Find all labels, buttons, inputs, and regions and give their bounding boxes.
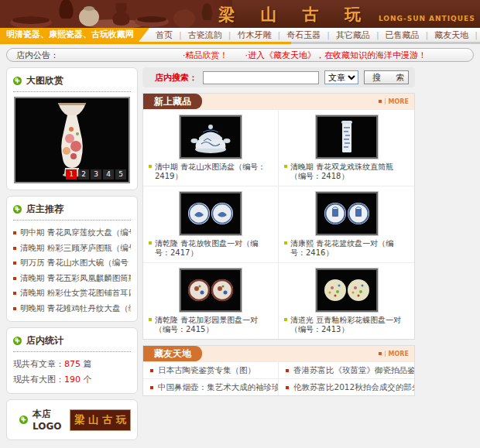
product-image-blue-plates [180, 192, 242, 235]
product-cell-2416[interactable]: 清康熙 青花花篮纹盘一对（编号：2416） [279, 186, 414, 262]
recommend-item-label: 明万历 青花山水图大碗（编号：2200）... [20, 255, 131, 271]
friends-article[interactable]: 伦敦苏富比2012秋拍会成交的部分中国瓷器 [279, 378, 414, 395]
new-items-panel: 新上藏品 MORE [142, 93, 415, 340]
shop-logo-image[interactable]: 梁山古玩 [70, 409, 131, 431]
stats-title: 店内统计 [26, 334, 63, 347]
page-body: 店内公告： ·精品欣赏！ ·进入《藏友天地》，在收藏知识的海洋中漫游！ 大图欣赏 [0, 44, 480, 448]
announcement-link-2[interactable]: ·进入《藏友天地》，在收藏知识的海洋中漫游！ [245, 50, 427, 61]
recommend-item[interactable]: 清晚期 粉彩仕女赏花图铺首耳四方瓶（... [13, 286, 131, 301]
friends-zone-more-button[interactable]: MORE [379, 351, 414, 357]
announcement-bar: 店内公告： ·精品欣赏！ ·进入《藏友天地》，在收藏知识的海洋中漫游！ [6, 48, 474, 62]
friends-article[interactable]: 香港苏富比《玫茵堂》御瓷拍品鉴赏 [279, 361, 414, 378]
friends-article[interactable]: 日本古陶瓷鉴赏专集（图） [143, 361, 279, 378]
recommend-item[interactable]: 清晚期 青花五彩凤凰麒麟图筒瓶一对（... [13, 271, 131, 286]
recommend-item-label: 明晚期 青花雉鸡牡丹纹大盘（编号：2... [20, 301, 131, 316]
nav-item-wood-ivory[interactable]: 竹木牙雕 [231, 29, 277, 41]
friends-article-grid: 日本古陶瓷鉴赏专集（图） 香港苏富比《玫茵堂》御瓷拍品鉴赏 中国鼻烟壶：集艺术大… [143, 361, 414, 395]
bullet-icon [286, 369, 289, 372]
nav-item-sold[interactable]: 已售藏品 [379, 29, 426, 41]
product-image-basket-plates [316, 192, 378, 235]
product-cell-2418[interactable]: 清晚期 青花双龙戏珠纹直筒瓶（编号：2418） [279, 109, 414, 186]
shop-logo-box: 本店LOGO 梁山古玩 [6, 399, 138, 440]
nav-item-stone-jade[interactable]: 奇石玉器 [280, 29, 327, 41]
bullet-icon [13, 247, 16, 250]
bullet-icon [286, 386, 289, 389]
shop-search-bar: 店内搜索： 文章 搜 索 [142, 67, 415, 87]
search-label: 店内搜索： [155, 72, 197, 84]
pager-button-5[interactable]: 5 [115, 169, 126, 180]
product-caption: 清中期 青花山水图汤盆（编号：2419） [149, 162, 273, 181]
gallery-box: 大图欣赏 [6, 67, 138, 190]
gallery-pager: 1 2 3 4 5 [66, 169, 126, 180]
product-image-tureen [180, 115, 242, 159]
friends-zone-title: 藏友天地 [143, 346, 202, 361]
product-cell-2419[interactable]: 清中期 青花山水图汤盆（编号：2419） [143, 109, 279, 186]
bullet-icon [13, 292, 16, 295]
nav-badge: 明清瓷器、康熙瓷器、古玩收藏网 [0, 28, 149, 42]
recommend-item-label: 清晚期 粉彩仕女赏花图铺首耳四方瓶（... [20, 286, 131, 301]
bullet-icon [13, 307, 16, 310]
nav-menu: 首页| 古瓷流韵| 竹木牙雕| 奇石玉器| 其它藏品| 已售藏品| 藏友天地| … [149, 29, 480, 41]
nav-item-home[interactable]: 首页 [149, 29, 179, 41]
product-cell-2413[interactable]: 清道光 豆青釉粉彩花蝶图盘一对（编号：2413） [279, 262, 414, 339]
green-dot-icon [13, 77, 22, 85]
recommend-title: 店主推荐 [26, 203, 63, 216]
recommend-item[interactable]: 明晚期 青花雉鸡牡丹纹大盘（编号：2... [13, 301, 131, 316]
recommend-item-label: 明中期 青花凤穿莲纹大盘（编号：225... [20, 225, 131, 241]
bullet-icon [149, 318, 152, 321]
bullet-icon [13, 262, 16, 265]
stats-header: 店内统计 [13, 333, 131, 352]
friends-zone-header: 藏友天地 MORE [143, 346, 414, 361]
announcement-link-1[interactable]: ·精品欣赏！ [183, 50, 228, 61]
product-cell-2417[interactable]: 清乾隆 青花放牧图盘一对（编号：2417） [143, 186, 279, 262]
search-input[interactable] [203, 71, 319, 84]
green-dot-icon [13, 337, 22, 345]
main-column: 店内搜索： 文章 搜 索 新上藏品 MORE [142, 67, 415, 396]
bullet-icon [284, 241, 287, 245]
product-grid: 清中期 青花山水图汤盆（编号：2419） [143, 109, 414, 339]
pager-button-2[interactable]: 2 [78, 169, 89, 180]
announcement-label: 店内公告： [16, 50, 59, 61]
site-title: 梁 山 古 玩 [218, 4, 371, 26]
pager-button-3[interactable]: 3 [91, 169, 101, 180]
friends-article[interactable]: 中国鼻烟壶：集艺术大成的袖珍珍品（图） [143, 378, 279, 395]
more-separator [385, 351, 386, 357]
search-type-select[interactable]: 文章 [324, 70, 358, 84]
bullet-icon [13, 277, 16, 280]
shop-logo-title: 本店LOGO [33, 408, 62, 432]
product-cell-2415[interactable]: 清乾隆 青花加彩园景图盘一对（编号：2415） [143, 262, 279, 339]
new-items-more-button[interactable]: MORE [379, 98, 414, 105]
pager-button-1[interactable]: 1 [66, 169, 77, 180]
stats-box: 店内统计 现共有文章：875 篇 现共有大图：190 个 [6, 327, 138, 394]
main-nav: 明清瓷器、康熙瓷器、古玩收藏网 首页| 古瓷流韵| 竹木牙雕| 奇石玉器| 其它… [0, 28, 480, 42]
brand: 梁 山 古 玩 LONG-SUN ANTIQUES [218, 4, 475, 26]
more-label: MORE [389, 98, 409, 105]
gallery-slideshow[interactable]: 1 2 3 4 5 [14, 97, 130, 183]
more-separator [385, 98, 386, 104]
nav-item-other[interactable]: 其它藏品 [330, 29, 376, 41]
product-caption: 清康熙 青花花篮纹盘一对（编号：2416） [284, 239, 409, 258]
recommend-item[interactable]: 清晚期 粉彩三顾茅庐图瓶（编号：216... [13, 241, 131, 256]
article-count: 875 [64, 359, 81, 369]
nav-item-porcelain[interactable]: 古瓷流韵 [182, 29, 228, 41]
shop-logo-header: 本店LOGO [19, 408, 62, 432]
site-subtitle: LONG-SUN ANTIQUES [379, 15, 475, 26]
product-caption: 清晚期 青花双龙戏珠纹直筒瓶（编号：2418） [284, 162, 409, 181]
recommend-item[interactable]: 明中期 青花凤穿莲纹大盘（编号：225... [13, 225, 131, 241]
nav-item-friends[interactable]: 藏友天地 [428, 29, 475, 41]
gallery-title: 大图欣赏 [26, 74, 63, 87]
bullet-icon [284, 165, 287, 168]
recommend-item[interactable]: 明万历 青花山水图大碗（编号：2200）... [13, 255, 131, 271]
green-dot-icon [13, 205, 22, 214]
friends-zone-panel: 藏友天地 MORE 日本古陶瓷鉴赏专集（图） 香港苏富比《玫茵堂》御瓷拍品鉴赏 … [142, 345, 415, 396]
bullet-icon [284, 318, 287, 321]
sidebar: 大图欣赏 [6, 67, 138, 440]
pager-button-4[interactable]: 4 [103, 169, 114, 180]
product-caption: 清道光 豆青釉粉彩花蝶图盘一对（编号：2413） [284, 316, 409, 334]
product-image-cylinder-vase [316, 115, 378, 159]
stat-articles: 现共有文章：875 篇 [13, 357, 131, 372]
site-header: 梁 山 古 玩 LONG-SUN ANTIQUES [0, 0, 480, 28]
more-label: MORE [389, 351, 409, 357]
product-image-famille-rose-plates [316, 268, 378, 312]
search-button[interactable]: 搜 索 [364, 70, 409, 84]
